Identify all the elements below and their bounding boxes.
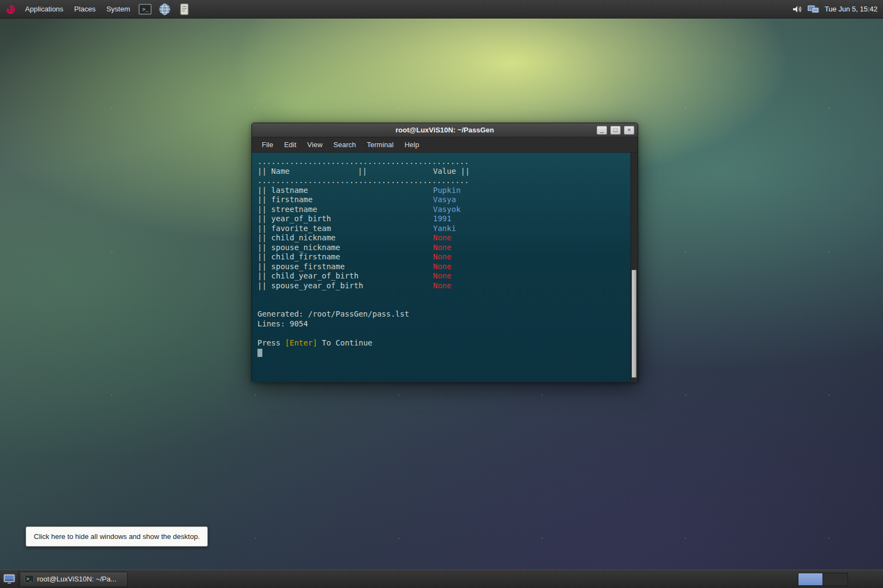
minimize-button-icon[interactable]: _: [597, 126, 607, 135]
volume-icon[interactable]: [790, 3, 803, 16]
taskbar-item[interactable]: >_ root@LuxViS10N: ~/Pa...: [20, 572, 128, 587]
row-value: None: [433, 252, 452, 261]
row-value: None: [433, 281, 452, 290]
terminal-cursor: [257, 349, 262, 357]
clock[interactable]: Tue Jun 5, 15:42: [821, 5, 880, 13]
press-enter-line: Press [Enter] To Continue: [257, 338, 638, 348]
lines-count-line: Lines: 9054: [257, 319, 638, 329]
workspace-1[interactable]: [798, 573, 823, 585]
browser-launcher-icon[interactable]: [157, 2, 172, 17]
row-value: Yanki: [433, 224, 456, 233]
generated-path-line: Generated: /root/PassGen/pass.lst: [257, 310, 638, 319]
menu-system[interactable]: System: [101, 0, 135, 18]
table-row: || streetnameVasyok: [257, 205, 638, 215]
menu-terminal[interactable]: Terminal: [362, 138, 399, 151]
table-header: || Name||Value ||: [257, 167, 638, 177]
window-buttons: _ □ ×: [593, 126, 638, 135]
menu-search[interactable]: Search: [328, 138, 361, 151]
table-row: || year_of_birth1991: [257, 214, 638, 224]
row-value: Pupkin: [433, 186, 461, 195]
table-row: || spouse_nicknameNone: [257, 243, 638, 253]
separator-line: ........................................…: [257, 176, 638, 186]
scrollbar-thumb[interactable]: [632, 270, 636, 378]
window-titlebar[interactable]: root@LuxViS10N: ~/PassGen _ □ ×: [252, 123, 638, 137]
table-row: || spouse_year_of_birthNone: [257, 281, 638, 291]
terminal-window: root@LuxViS10N: ~/PassGen _ □ × File Edi…: [251, 123, 638, 382]
cursor-line: [257, 348, 638, 357]
displays-icon[interactable]: [807, 3, 820, 16]
menu-file[interactable]: File: [256, 138, 279, 151]
menu-help[interactable]: Help: [399, 138, 425, 151]
workspace-2[interactable]: [823, 573, 848, 585]
top-panel-left: Applications Places System >_: [0, 0, 194, 18]
table-row: || favorite_teamYanki: [257, 224, 638, 234]
notes-launcher-icon[interactable]: [177, 2, 192, 17]
top-panel-right: Tue Jun 5, 15:42: [789, 0, 883, 18]
table-row: || spouse_firstnameNone: [257, 262, 638, 272]
debian-logo-icon[interactable]: [3, 2, 17, 16]
row-value: 1991: [433, 214, 452, 223]
separator-line: ........................................…: [257, 157, 638, 167]
desktop[interactable]: root@LuxViS10N: ~/PassGen _ □ × File Edi…: [0, 19, 883, 569]
show-desktop-tooltip: Click here to hide all windows and show …: [26, 526, 208, 547]
terminal-icon: >_: [25, 575, 34, 583]
screen: Applications Places System >_ Tue Jun 5,…: [0, 0, 883, 588]
terminal-output[interactable]: ........................................…: [252, 153, 638, 382]
bottom-panel: >_ root@LuxViS10N: ~/Pa...: [0, 569, 883, 588]
terminal-launcher-icon[interactable]: >_: [137, 2, 153, 17]
row-value: Vasya: [433, 195, 456, 204]
menu-applications[interactable]: Applications: [20, 0, 69, 18]
scrollbar[interactable]: [630, 153, 638, 382]
workspace-switcher: [798, 573, 848, 586]
top-panel: Applications Places System >_ Tue Jun 5,…: [0, 0, 883, 19]
table-row: || child_year_of_birthNone: [257, 271, 638, 281]
row-value: None: [433, 233, 452, 242]
menu-edit[interactable]: Edit: [279, 138, 302, 151]
table-row: || lastnamePupkin: [257, 186, 638, 196]
table-row: || child_firstnameNone: [257, 252, 638, 262]
window-menubar: File Edit View Search Terminal Help: [252, 137, 638, 153]
table-row: || child_nicknameNone: [257, 233, 638, 243]
window-title: root@LuxViS10N: ~/PassGen: [252, 126, 638, 134]
show-desktop-button[interactable]: [0, 570, 19, 588]
row-value: None: [433, 271, 452, 280]
row-value: None: [433, 262, 452, 271]
menu-places[interactable]: Places: [69, 0, 101, 18]
table-row: || firstnameVasya: [257, 195, 638, 205]
close-button-icon[interactable]: ×: [624, 126, 634, 135]
maximize-button-icon[interactable]: □: [610, 126, 621, 135]
row-value: None: [433, 243, 452, 252]
row-value: Vasyok: [433, 205, 461, 214]
menu-view[interactable]: View: [302, 138, 328, 151]
show-desktop-icon: [3, 574, 15, 585]
taskbar-item-label: root@LuxViS10N: ~/Pa...: [37, 575, 117, 583]
enter-key-label: [Enter]: [285, 338, 317, 347]
